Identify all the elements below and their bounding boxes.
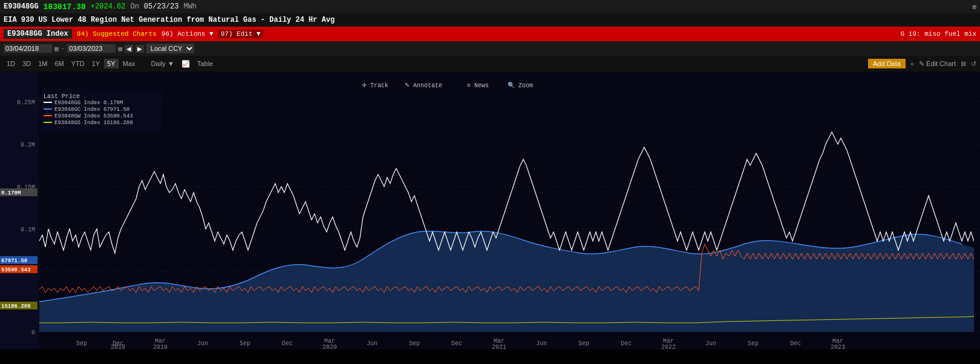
svg-text:2019: 2019 bbox=[153, 344, 168, 349]
top-bar: E93048GG 183817.38 +2024.62 On 05/23/23 … bbox=[0, 0, 980, 13]
svg-text:Dec: Dec bbox=[790, 340, 801, 347]
period-5y[interactable]: 5Y bbox=[104, 59, 118, 68]
period-max[interactable]: Max bbox=[120, 59, 139, 68]
current-price: 183817.38 bbox=[44, 2, 86, 12]
svg-text:Last Price: Last Price bbox=[44, 93, 80, 100]
svg-rect-52 bbox=[44, 108, 52, 110]
toolbar-share-icon[interactable]: ⊠ bbox=[961, 60, 966, 68]
svg-text:≡ News: ≡ News bbox=[467, 82, 489, 89]
on-label: On bbox=[130, 2, 139, 11]
svg-text:E93048GW Index  53500.543: E93048GW Index 53500.543 bbox=[54, 113, 133, 119]
svg-text:Jun: Jun bbox=[367, 340, 377, 347]
svg-text:0.2M: 0.2M bbox=[21, 142, 35, 148]
svg-text:Sep: Sep bbox=[409, 340, 420, 347]
svg-text:2020: 2020 bbox=[322, 344, 337, 349]
svg-text:0.1M: 0.1M bbox=[21, 227, 35, 233]
toolbar-back-icon[interactable]: « bbox=[910, 60, 914, 67]
edit-button[interactable]: 97) Edit ▼ bbox=[218, 30, 263, 38]
period-bar: 1D 3D 1M 6M YTD 1Y 5Y Max Daily ▼ 📈 Tabl… bbox=[0, 56, 980, 71]
add-data-button[interactable]: Add Data bbox=[868, 59, 906, 68]
svg-text:Sep: Sep bbox=[240, 340, 250, 347]
svg-rect-56 bbox=[44, 122, 52, 123]
svg-text:Dec: Dec bbox=[282, 340, 293, 347]
period-1y[interactable]: 1Y bbox=[89, 59, 103, 68]
price-date: 05/23/23 bbox=[144, 2, 179, 11]
svg-text:✛ Track: ✛ Track bbox=[362, 82, 388, 89]
svg-text:Sep: Sep bbox=[748, 340, 759, 347]
edit-chart-button[interactable]: ✎ Edit Chart bbox=[919, 60, 956, 68]
action-bar: E93048GG Index 94) Suggested Charts 96) … bbox=[0, 27, 980, 41]
svg-text:Dec: Dec bbox=[451, 340, 462, 347]
line-chart-btn[interactable]: 📈 bbox=[178, 59, 193, 69]
svg-rect-54 bbox=[44, 115, 52, 116]
ticker-name-badge: E93048GG Index bbox=[4, 29, 72, 39]
price-unit: MWh bbox=[183, 2, 197, 11]
price-change: +2024.62 bbox=[91, 2, 126, 11]
svg-text:Sep: Sep bbox=[578, 340, 589, 347]
svg-text:0.25M: 0.25M bbox=[17, 99, 35, 106]
svg-text:E93048GC Index  67971.50: E93048GC Index 67971.50 bbox=[54, 107, 129, 113]
svg-text:Sep: Sep bbox=[76, 340, 87, 347]
date-nav-prev[interactable]: ◀ bbox=[125, 45, 133, 53]
g19-label: G 19: miso fuel mix bbox=[901, 30, 976, 38]
svg-text:Jun: Jun bbox=[705, 340, 716, 347]
date-nav-next[interactable]: ▶ bbox=[136, 45, 144, 53]
svg-text:53500.543: 53500.543 bbox=[1, 267, 31, 273]
period-3d[interactable]: 3D bbox=[19, 59, 34, 68]
suggested-charts-link[interactable]: 94) Suggested Charts bbox=[77, 30, 157, 38]
svg-rect-50 bbox=[44, 102, 52, 103]
svg-text:Jun: Jun bbox=[197, 340, 208, 347]
svg-text:E93048GS Index  15186.208: E93048GS Index 15186.208 bbox=[54, 120, 133, 126]
svg-text:0: 0 bbox=[31, 329, 35, 336]
period-6m[interactable]: 6M bbox=[51, 59, 67, 68]
currency-selector[interactable]: Local CCY bbox=[146, 44, 194, 53]
ticker-symbol: E93048GG bbox=[4, 2, 39, 11]
frequency-selector[interactable]: Daily ▼ bbox=[148, 59, 177, 68]
resize-icon[interactable]: ⊞ bbox=[972, 3, 976, 11]
svg-text:67971.50: 67971.50 bbox=[1, 258, 27, 264]
svg-text:0.170M: 0.170M bbox=[1, 190, 21, 196]
svg-text:2021: 2021 bbox=[492, 344, 506, 349]
actions-button[interactable]: 96) Actions ▼ bbox=[162, 30, 214, 38]
svg-text:Dec: Dec bbox=[621, 340, 632, 347]
start-date-input[interactable] bbox=[4, 44, 52, 53]
chart-svg: 0.25M 0.2M 0.15M 0.1M 0 0.170M 67971.50 … bbox=[0, 71, 980, 349]
svg-text:E93048GG Index  0.170M: E93048GG Index 0.170M bbox=[54, 100, 123, 106]
svg-text:2018: 2018 bbox=[111, 344, 125, 349]
toolbar-refresh-icon[interactable]: ↺ bbox=[971, 60, 976, 68]
svg-text:2023: 2023 bbox=[831, 344, 845, 349]
period-1m[interactable]: 1M bbox=[35, 59, 50, 68]
period-ytd[interactable]: YTD bbox=[68, 59, 88, 68]
period-1d[interactable]: 1D bbox=[4, 59, 18, 68]
svg-text:✎ Annotate: ✎ Annotate bbox=[405, 82, 442, 89]
end-date-input[interactable] bbox=[67, 44, 116, 53]
chart-title: EIA 930 US Lower 48 Region Net Generatio… bbox=[4, 16, 335, 24]
table-btn[interactable]: Table bbox=[194, 59, 216, 68]
svg-text:2022: 2022 bbox=[661, 344, 676, 349]
date-range-bar: ▦ - ▦ ◀ ▶ Local CCY bbox=[0, 41, 980, 56]
svg-text:Jun: Jun bbox=[536, 340, 547, 347]
title-bar: EIA 930 US Lower 48 Region Net Generatio… bbox=[0, 13, 980, 27]
svg-text:🔍 Zoom: 🔍 Zoom bbox=[508, 81, 533, 89]
svg-text:15186.208: 15186.208 bbox=[1, 303, 31, 309]
chart-area: 0.25M 0.2M 0.15M 0.1M 0 0.170M 67971.50 … bbox=[0, 71, 980, 349]
